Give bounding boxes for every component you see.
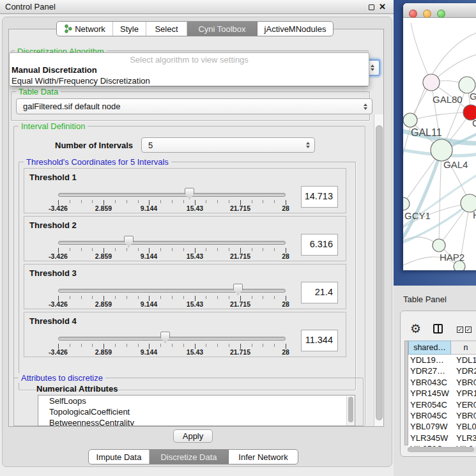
number-of-intervals-combobox[interactable]: 5 [141, 137, 315, 153]
node-gal80[interactable] [423, 74, 440, 91]
table-row[interactable]: YDR27…YDR2 [408, 366, 476, 377]
list-item[interactable]: TopologicalCoefficient [38, 406, 355, 417]
tick-label: 9.144 [141, 252, 157, 260]
tab-infer-network[interactable]: Infer Network [229, 450, 298, 464]
apply-button[interactable]: Apply [173, 429, 213, 443]
tab-select[interactable]: Select [146, 22, 187, 36]
checkbox-icon[interactable]: ✓ [465, 326, 472, 333]
tick-label: 15.43 [187, 204, 203, 212]
threshold-1-slider-track[interactable] [58, 193, 286, 197]
node-table: YDL19…YDL1 YDR27…YDR2 YBR043CYBR0 YPR145… [408, 355, 476, 447]
tick-label: 2.859 [95, 348, 112, 356]
threshold-2-slider-thumb[interactable] [124, 236, 134, 247]
tick-label: -3.426 [49, 348, 68, 356]
table-row[interactable]: YBR045CYBR0 [408, 411, 476, 422]
checkbox-icon[interactable]: ✓ [457, 326, 463, 333]
threshold-3-label: Threshold 3 [29, 268, 77, 278]
tick-label: 2.859 [95, 204, 112, 212]
threshold-3-panel: Threshold 3 -3.426 2.859 9.144 15.43 21.… [24, 264, 346, 309]
cell-shared-name: YER054C [410, 400, 447, 410]
table-row[interactable]: YER054CYER0 [408, 400, 476, 411]
zoom-traffic-light[interactable] [437, 10, 445, 18]
node-gal4[interactable] [431, 139, 452, 161]
tick-marks [58, 200, 286, 205]
float-window-icon[interactable] [369, 4, 374, 10]
combo-arrows-icon [364, 104, 367, 110]
table-row[interactable]: YPR145WYPR1 [408, 388, 476, 399]
threshold-3-slider-thumb[interactable] [233, 284, 243, 295]
node-label-gal4: GAL4 [443, 159, 468, 170]
tick-label: 21.715 [230, 204, 250, 212]
tick-label: 21.715 [230, 348, 250, 356]
gear-icon[interactable]: ⚙ [410, 323, 421, 335]
cell-name: YBR0 [456, 411, 476, 420]
tick-label: 9.144 [141, 204, 157, 212]
tab-discretize-data[interactable]: Discretize Data [150, 450, 229, 464]
list-item[interactable]: SelfLoops [38, 395, 355, 406]
tick-label: -3.426 [49, 300, 68, 308]
tick-label: 15.43 [187, 252, 203, 260]
threshold-4-slider-thumb[interactable] [160, 332, 170, 343]
table-row[interactable]: YBL079WYBL0 [408, 422, 476, 433]
close-icon[interactable]: ✕ [379, 2, 386, 12]
threshold-1-slider-thumb[interactable] [185, 188, 194, 199]
network-canvas[interactable]: GAL80 GA C GAL11 GAL4 GCY1 H HAP2 [403, 18, 476, 270]
node-gal11[interactable] [403, 113, 417, 127]
close-traffic-light[interactable] [409, 10, 417, 18]
column-header-shared[interactable]: shared… [408, 341, 451, 355]
list-item[interactable]: BetweennessCentrality [38, 417, 355, 426]
table-row[interactable]: YLR345WYLR3 [408, 433, 476, 444]
tick-marks [58, 296, 286, 301]
threshold-2-slider-track[interactable] [58, 241, 286, 245]
table-data-group-title: Table Data [16, 87, 61, 96]
table-data-combobox[interactable]: galFiltered.sif default node [16, 98, 372, 114]
network-window-titlebar[interactable] [403, 3, 476, 18]
list-scrollbar[interactable] [346, 396, 354, 426]
settings-scrollbar-thumb[interactable] [376, 125, 383, 420]
tick-label: 2.859 [95, 300, 112, 308]
threshold-1-value-field[interactable]: 14.713 [301, 186, 338, 208]
control-panel-tabs: Network Style Select Cyni Toolbox jActiv… [56, 21, 334, 36]
network-graph: GAL80 GA C GAL11 GAL4 GCY1 H HAP2 [403, 18, 476, 270]
list-scrollbar-thumb[interactable] [348, 397, 353, 422]
interval-definition-group-title: Interval Definition [19, 121, 88, 131]
tab-discretize-data-label: Discretize Data [160, 452, 217, 462]
column-header-name[interactable]: n [451, 341, 476, 355]
tab-style-label: Style [120, 24, 139, 34]
table-horizontal-scrollbar-thumb[interactable] [408, 447, 474, 452]
tab-jactivemnodules[interactable]: jActiveMNodules [257, 22, 333, 36]
settings-scrollbar[interactable] [374, 114, 384, 427]
tab-impute-data[interactable]: Impute Data [89, 450, 150, 464]
threshold-4-label: Threshold 4 [29, 316, 77, 326]
tab-network[interactable]: Network [57, 22, 113, 36]
node-gcy1[interactable] [403, 197, 410, 210]
tick-label: 15.43 [187, 300, 203, 308]
tab-cyni-toolbox[interactable]: Cyni Toolbox [187, 22, 257, 36]
dropdown-option-equal-width[interactable]: Equal Width/Frequency Discretization [12, 76, 150, 86]
threshold-4-slider-track[interactable] [58, 337, 286, 341]
node-label-partial-c: C [472, 118, 476, 128]
tick-label: 28 [282, 252, 289, 260]
tick-label: 28 [282, 348, 289, 356]
dropdown-option-manual[interactable]: Manual Discretization [12, 65, 97, 75]
threshold-4-value-field[interactable]: 11.344 [301, 330, 338, 351]
cell-shared-name: YDR27… [410, 366, 445, 376]
threshold-2-value-field[interactable]: 6.316 [301, 234, 338, 256]
threshold-1-label: Threshold 1 [29, 173, 77, 182]
table-row[interactable]: YBR043CYBR0 [408, 378, 476, 388]
table-row[interactable]: YDL19…YDL1 [408, 355, 476, 366]
cell-name: YDR2 [456, 366, 476, 376]
application-root: Control Panel ✕ Network Style Select Cyn… [0, 0, 476, 476]
minimize-traffic-light[interactable] [423, 10, 431, 18]
combo-arrows-icon [306, 142, 310, 148]
cell-shared-name: YBR043C [410, 378, 447, 387]
tab-jactivemnodules-label: jActiveMNodules [265, 24, 326, 34]
tab-style[interactable]: Style [113, 22, 146, 36]
attributes-group-title: Attributes to discretize [19, 373, 105, 383]
column-layout-icon[interactable] [433, 324, 443, 334]
table-horizontal-scrollbar[interactable] [407, 447, 476, 453]
node-hap2[interactable] [433, 239, 445, 252]
cell-shared-name: YPR145W [410, 388, 449, 398]
threshold-3-slider-track[interactable] [58, 289, 286, 293]
threshold-3-value-field[interactable]: 21.4 [301, 282, 338, 303]
